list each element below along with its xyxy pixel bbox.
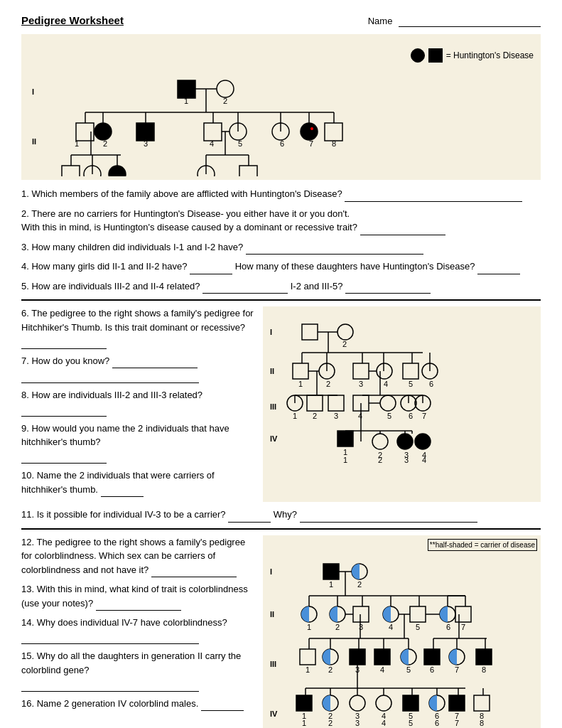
pedigree3-svg: I II III IV 1 2 bbox=[266, 553, 522, 729]
svg-rect-200 bbox=[424, 649, 440, 665]
svg-text:3: 3 bbox=[334, 412, 338, 420]
svg-text:3: 3 bbox=[359, 380, 363, 388]
answer-6[interactable] bbox=[21, 334, 107, 349]
svg-point-59 bbox=[337, 324, 353, 340]
svg-text:2: 2 bbox=[378, 456, 382, 464]
svg-text:2: 2 bbox=[223, 97, 227, 105]
answer-11a[interactable] bbox=[228, 508, 271, 523]
svg-text:III: III bbox=[270, 402, 276, 411]
svg-text:4: 4 bbox=[382, 719, 386, 727]
svg-rect-112 bbox=[337, 431, 353, 446]
question-6: 6. The pedigree to the right shows a fam… bbox=[21, 306, 256, 349]
svg-text:2: 2 bbox=[328, 719, 333, 727]
svg-text:1: 1 bbox=[306, 665, 310, 674]
svg-rect-189 bbox=[374, 649, 390, 665]
question-9: 9. How would you name the 2 individuals … bbox=[21, 422, 256, 464]
svg-text:2: 2 bbox=[357, 580, 362, 589]
questions-section-1: 1. Which members of the family above are… bbox=[21, 187, 541, 294]
answer-7b[interactable] bbox=[21, 368, 199, 383]
svg-point-102 bbox=[380, 395, 396, 411]
svg-text:6: 6 bbox=[435, 719, 439, 727]
answer-9[interactable] bbox=[21, 449, 107, 464]
question-5: 5. How are individuals III-2 and II-4 re… bbox=[21, 279, 541, 294]
svg-text:8: 8 bbox=[482, 665, 486, 674]
answer-4a[interactable] bbox=[190, 259, 232, 274]
question-11: 11. Is it possible for individual IV-3 t… bbox=[21, 508, 541, 523]
answer-5b[interactable] bbox=[345, 279, 431, 294]
hitchhiker-questions: 6. The pedigree to the right shows a fam… bbox=[21, 306, 256, 502]
answer-5a[interactable] bbox=[202, 279, 288, 294]
svg-text:3: 3 bbox=[359, 623, 363, 631]
svg-text:1: 1 bbox=[302, 719, 306, 727]
svg-rect-178 bbox=[300, 649, 315, 665]
question-14: 14. Why does individual IV-7 have colorb… bbox=[21, 616, 256, 644]
answer-8[interactable] bbox=[21, 402, 107, 417]
svg-text:1: 1 bbox=[293, 412, 297, 420]
svg-rect-162 bbox=[410, 606, 426, 622]
question-2: 2. There are no carriers for Huntington'… bbox=[21, 207, 541, 235]
divider-1 bbox=[21, 299, 541, 301]
answer-7a[interactable] bbox=[112, 354, 198, 369]
svg-text:III: III bbox=[270, 660, 276, 668]
svg-text:5: 5 bbox=[416, 623, 420, 631]
answer-16[interactable] bbox=[201, 697, 244, 712]
svg-text:5: 5 bbox=[238, 139, 242, 148]
svg-point-32 bbox=[310, 127, 313, 130]
svg-text:I: I bbox=[32, 87, 34, 96]
svg-rect-65 bbox=[293, 363, 308, 379]
colorblind-questions: 12. The pedigree to the right shows a fa… bbox=[21, 535, 256, 729]
svg-point-224 bbox=[376, 695, 391, 711]
svg-text:6: 6 bbox=[409, 412, 413, 420]
svg-text:1: 1 bbox=[75, 139, 79, 148]
svg-rect-3 bbox=[178, 80, 195, 98]
answer-12[interactable] bbox=[151, 563, 237, 578]
svg-text:4: 4 bbox=[380, 665, 384, 674]
svg-rect-171 bbox=[455, 606, 471, 622]
svg-text:6: 6 bbox=[280, 139, 284, 148]
answer-11b[interactable] bbox=[300, 508, 477, 523]
question-1: 1. Which members of the family above are… bbox=[21, 187, 541, 202]
svg-rect-227 bbox=[403, 695, 418, 711]
svg-rect-40 bbox=[62, 166, 80, 176]
svg-text:7: 7 bbox=[455, 719, 459, 727]
svg-point-46 bbox=[109, 166, 126, 176]
question-15: 15. Why do all the daughters in generati… bbox=[21, 649, 256, 692]
legend-text: = Huntington's Disease bbox=[446, 50, 534, 60]
svg-text:4: 4 bbox=[384, 380, 388, 388]
svg-rect-57 bbox=[302, 324, 318, 340]
cb-legend: **half-shaded = carrier of disease bbox=[428, 539, 537, 551]
svg-point-31 bbox=[301, 123, 318, 140]
question-12: 12. The pedigree to the right shows a fa… bbox=[21, 535, 256, 578]
svg-text:2: 2 bbox=[326, 380, 330, 388]
svg-text:II: II bbox=[270, 610, 274, 619]
svg-text:1: 1 bbox=[307, 623, 311, 631]
answer-1[interactable] bbox=[345, 187, 522, 202]
answer-2[interactable] bbox=[360, 220, 445, 235]
answer-13[interactable] bbox=[96, 596, 181, 611]
svg-rect-21 bbox=[204, 123, 222, 141]
name-input-line[interactable] bbox=[399, 16, 541, 27]
svg-text:4: 4 bbox=[389, 623, 393, 631]
svg-text:1: 1 bbox=[329, 580, 333, 589]
answer-10[interactable] bbox=[101, 483, 144, 498]
svg-text:3: 3 bbox=[144, 139, 148, 148]
svg-text:1: 1 bbox=[184, 97, 188, 105]
svg-text:4: 4 bbox=[358, 412, 362, 420]
question-13: 13. With this in mind, what kind of trai… bbox=[21, 582, 256, 611]
answer-15[interactable] bbox=[21, 677, 199, 692]
svg-text:IV: IV bbox=[270, 710, 278, 718]
svg-rect-35 bbox=[325, 123, 342, 141]
question-8: 8. How are individuals III-2 and III-3 r… bbox=[21, 388, 256, 417]
pedigree3-diagram: **half-shaded = carrier of disease I II … bbox=[263, 535, 541, 729]
svg-point-115 bbox=[372, 434, 388, 449]
svg-point-14 bbox=[94, 123, 112, 140]
name-label: Name bbox=[368, 16, 541, 27]
legend-filled-square bbox=[428, 48, 443, 63]
svg-rect-18 bbox=[136, 123, 154, 141]
svg-text:6: 6 bbox=[429, 380, 433, 388]
answer-3[interactable] bbox=[246, 240, 423, 255]
page-header: Pedigree Worksheet Name bbox=[21, 14, 541, 27]
page-title: Pedigree Worksheet bbox=[21, 14, 124, 26]
answer-14[interactable] bbox=[21, 630, 199, 645]
answer-4b[interactable] bbox=[477, 259, 520, 274]
